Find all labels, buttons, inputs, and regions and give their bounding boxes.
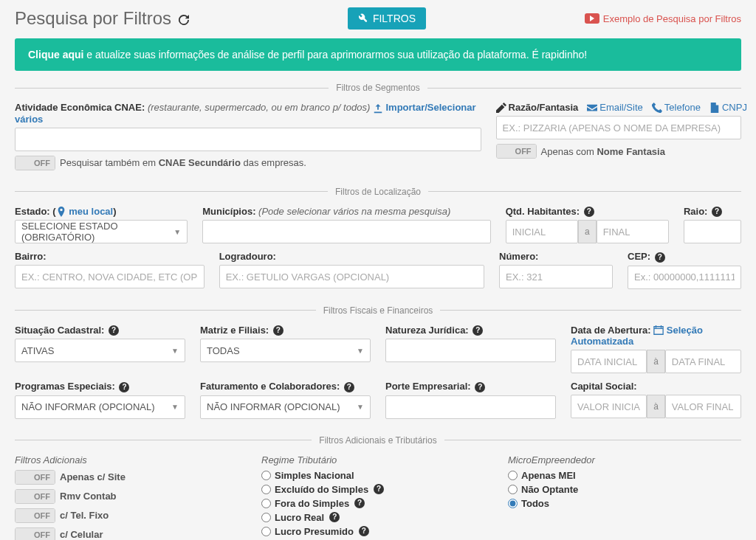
help-icon[interactable]: ? xyxy=(472,325,483,336)
toggle-label: c/ Celular xyxy=(60,529,103,540)
programas-select[interactable]: NÃO INFORMAR (OPCIONAL)▼ xyxy=(15,395,185,419)
numero-input[interactable] xyxy=(499,265,613,288)
pencil-icon xyxy=(496,103,506,113)
abertura-max[interactable] xyxy=(665,350,741,373)
toggle-celular[interactable]: OFF xyxy=(15,527,55,540)
situacao-select[interactable]: ATIVAS▼ xyxy=(15,339,185,362)
range-separator: à xyxy=(647,350,665,373)
info-banner[interactable]: Clique aqui e atualize suas informações … xyxy=(15,38,741,71)
help-icon[interactable]: ? xyxy=(655,252,665,263)
location-legend: Filtros de Localização xyxy=(328,187,428,197)
bairro-input[interactable] xyxy=(15,265,205,288)
cnae-label: Atividade Econômica CNAE: (restaurante, … xyxy=(15,102,481,125)
help-icon[interactable]: ? xyxy=(354,498,365,508)
habitantes-label: Qtd. Habitantes: ? xyxy=(506,206,669,218)
regime-lucro-presumido[interactable]: Lucro Presumido ? xyxy=(261,526,495,537)
cep-input[interactable] xyxy=(628,266,741,289)
filtros-button[interactable]: FILTROS xyxy=(348,7,426,30)
search-input[interactable] xyxy=(496,116,741,139)
help-icon[interactable]: ? xyxy=(475,382,485,392)
location-filters: Filtros de Localização Estado: ( meu loc… xyxy=(15,187,741,297)
meu-local-link[interactable]: meu local xyxy=(56,206,114,217)
municipios-label: Municípios: (Pode selecionar vários na m… xyxy=(202,206,490,217)
matriz-select[interactable]: TODAS▼ xyxy=(200,339,371,362)
example-link[interactable]: Exemplo de Pesquisa por Filtros xyxy=(585,13,741,24)
habitantes-max[interactable] xyxy=(597,220,669,243)
mei-apenas[interactable]: Apenas MEI xyxy=(508,470,741,481)
cep-label: CEP: ? xyxy=(628,251,741,263)
filtros-title: Filtros Adicionais xyxy=(15,454,248,465)
help-icon[interactable]: ? xyxy=(109,325,119,336)
regime-simples[interactable]: Simples Nacional xyxy=(261,470,495,481)
capital-min[interactable] xyxy=(571,395,647,418)
estado-select[interactable]: SELECIONE ESTADO (OBRIGATÓRIO)▼ xyxy=(15,220,188,243)
segment-legend: Filtros de Segmentos xyxy=(329,83,427,93)
fiscal-filters: Filtros Fiscais e Financeiros Situação C… xyxy=(15,305,741,426)
phone-icon xyxy=(652,103,662,113)
help-icon[interactable]: ? xyxy=(273,325,284,336)
mei-title: MicroEmpreendedor xyxy=(508,454,741,465)
capital-max[interactable] xyxy=(665,395,741,418)
programas-label: Programas Especiais: ? xyxy=(15,381,185,392)
raio-input[interactable] xyxy=(684,220,741,243)
tab-razao[interactable]: Razão/Fantasia xyxy=(496,102,579,113)
regime-title: Regime Tributário xyxy=(261,454,495,465)
toggle-tel-fixo[interactable]: OFF xyxy=(15,508,55,523)
help-icon[interactable]: ? xyxy=(119,382,129,392)
help-icon[interactable]: ? xyxy=(359,526,369,536)
cnae-input[interactable] xyxy=(15,128,481,151)
numero-label: Número: xyxy=(499,251,613,262)
logradouro-input[interactable] xyxy=(219,265,484,288)
mei-nao-optante[interactable]: Não Optante xyxy=(508,484,741,495)
file-icon xyxy=(709,103,720,113)
habitantes-min[interactable] xyxy=(506,220,578,243)
help-icon[interactable]: ? xyxy=(329,512,340,522)
abertura-label: Data de Abertura: Seleção Automatizada xyxy=(571,325,741,347)
youtube-icon xyxy=(585,13,599,24)
calendar-icon xyxy=(653,325,664,336)
toggle-site[interactable]: OFF xyxy=(15,470,55,485)
segment-filters: Filtros de Segmentos Atividade Econômica… xyxy=(15,83,741,178)
toggle-label: c/ Tel. Fixo xyxy=(60,510,109,521)
filtros-adicionais-group: Filtros Adicionais OFFApenas c/ Site OFF… xyxy=(15,454,248,540)
fiscal-legend: Filtros Fiscais e Financeiros xyxy=(316,305,441,316)
search-type-tabs: Razão/Fantasia Email/Site Telefone CNPJ xyxy=(496,102,741,113)
regime-fora[interactable]: Fora do Simples ? xyxy=(261,498,495,509)
toggle-label: Apenas c/ Site xyxy=(60,471,126,482)
logradouro-label: Logradouro: xyxy=(219,251,484,262)
natureza-label: Natureza Jurídica: ? xyxy=(385,325,556,336)
tab-telefone[interactable]: Telefone xyxy=(652,102,701,113)
additional-filters: Filtros Adicionais e Tributários Filtros… xyxy=(15,435,741,540)
help-icon[interactable]: ? xyxy=(344,382,354,392)
help-icon[interactable]: ? xyxy=(584,207,594,217)
help-icon[interactable]: ? xyxy=(712,207,722,217)
upload-icon xyxy=(373,103,383,114)
range-separator: a xyxy=(578,220,597,243)
cnae-secondary-label: Pesquisar também em CNAE Secundário das … xyxy=(60,157,306,168)
regime-group: Regime Tributário Simples Nacional Exclu… xyxy=(261,454,495,540)
estado-label: Estado: ( meu local) xyxy=(15,206,188,218)
natureza-input[interactable] xyxy=(385,339,556,362)
pin-icon xyxy=(56,207,66,217)
regime-excluido[interactable]: Excluído do Simples ? xyxy=(261,484,495,495)
nome-fantasia-toggle[interactable]: OFF xyxy=(496,144,537,159)
toggle-rmv-contab[interactable]: OFF xyxy=(15,489,55,504)
matriz-label: Matriz e Filiais: ? xyxy=(200,325,371,336)
faturamento-select[interactable]: NÃO INFORMAR (OPCIONAL)▼ xyxy=(200,395,371,419)
help-icon[interactable]: ? xyxy=(374,484,384,494)
mei-todos[interactable]: Todos xyxy=(508,498,741,509)
porte-input[interactable] xyxy=(385,395,556,419)
tab-cnpj[interactable]: CNPJ xyxy=(709,102,747,113)
cnae-secondary-toggle[interactable]: OFF xyxy=(15,156,55,170)
abertura-min[interactable] xyxy=(571,350,647,373)
tab-email[interactable]: Email/Site xyxy=(587,102,643,113)
envelope-icon xyxy=(587,103,597,113)
refresh-icon[interactable] xyxy=(179,8,189,29)
municipios-input[interactable] xyxy=(202,220,490,243)
bairro-label: Bairro: xyxy=(15,251,205,262)
raio-label: Raio: ? xyxy=(684,206,741,218)
additional-legend: Filtros Adicionais e Tributários xyxy=(312,435,444,446)
nome-fantasia-label: Apenas com Nome Fantasia xyxy=(541,146,665,157)
regime-lucro-real[interactable]: Lucro Real ? xyxy=(261,512,495,523)
wrench-icon xyxy=(358,13,368,24)
